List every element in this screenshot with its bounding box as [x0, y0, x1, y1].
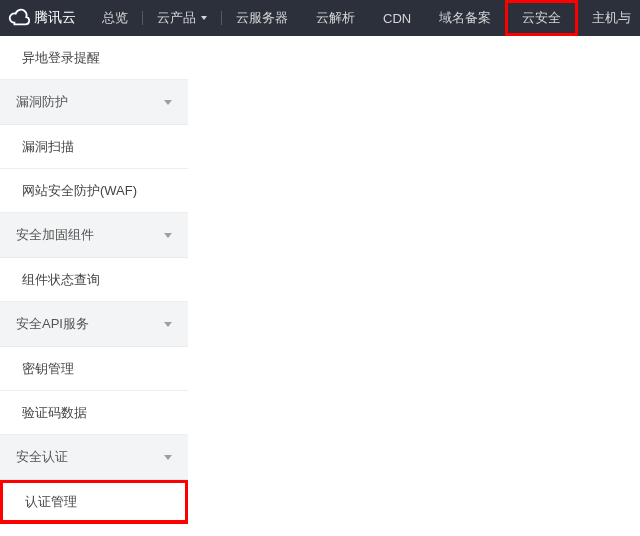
sidebar-item-key-mgmt[interactable]: 密钥管理 — [0, 347, 188, 391]
sidebar-item-label: 密钥管理 — [22, 360, 74, 378]
sidebar-item-remote-login-alert[interactable]: 异地登录提醒 — [0, 36, 188, 80]
nav-cloud-dns[interactable]: 云解析 — [302, 0, 369, 36]
sidebar-item-label: 验证码数据 — [22, 404, 87, 422]
nav-items: 总览 云产品 云服务器 云解析 CDN 域名备案 云安全 主机与 — [88, 0, 640, 36]
nav-cloud-server[interactable]: 云服务器 — [222, 0, 302, 36]
sidebar-group-label: 漏洞防护 — [16, 93, 68, 111]
sidebar-item-label: 网站安全防护(WAF) — [22, 182, 137, 200]
nav-cdn[interactable]: CDN — [369, 0, 425, 36]
top-navigation: 腾讯云 总览 云产品 云服务器 云解析 CDN 域名备案 云安全 主机与 — [0, 0, 640, 36]
sidebar-item-captcha-data[interactable]: 验证码数据 — [0, 391, 188, 435]
sidebar-group-vuln-protection[interactable]: 漏洞防护 — [0, 80, 188, 125]
chevron-down-icon — [164, 322, 172, 327]
sidebar-item-waf[interactable]: 网站安全防护(WAF) — [0, 169, 188, 213]
brand-name: 腾讯云 — [34, 9, 76, 27]
sidebar-group-label: 安全加固组件 — [16, 226, 94, 244]
sidebar-group-security-auth[interactable]: 安全认证 — [0, 435, 188, 480]
nav-cloud-products[interactable]: 云产品 — [143, 0, 221, 36]
sidebar-group-label: 安全认证 — [16, 448, 68, 466]
sidebar-item-label: 组件状态查询 — [22, 271, 100, 289]
nav-cloud-security[interactable]: 云安全 — [505, 0, 578, 36]
sidebar-group-label: 安全API服务 — [16, 315, 89, 333]
cloud-logo-icon — [8, 7, 30, 29]
sidebar-item-component-status[interactable]: 组件状态查询 — [0, 258, 188, 302]
nav-host[interactable]: 主机与 — [578, 0, 640, 36]
sidebar: 异地登录提醒 漏洞防护 漏洞扫描 网站安全防护(WAF) 安全加固组件 组件状态… — [0, 36, 188, 524]
chevron-down-icon — [164, 455, 172, 460]
nav-overview[interactable]: 总览 — [88, 0, 142, 36]
nav-domain-beian[interactable]: 域名备案 — [425, 0, 505, 36]
sidebar-item-label: 漏洞扫描 — [22, 138, 74, 156]
sidebar-item-label: 认证管理 — [25, 493, 77, 511]
sidebar-item-vuln-scan[interactable]: 漏洞扫描 — [0, 125, 188, 169]
chevron-down-icon — [164, 233, 172, 238]
sidebar-group-security-harden[interactable]: 安全加固组件 — [0, 213, 188, 258]
brand[interactable]: 腾讯云 — [8, 7, 88, 29]
chevron-down-icon — [164, 100, 172, 105]
sidebar-group-security-api[interactable]: 安全API服务 — [0, 302, 188, 347]
sidebar-item-label: 异地登录提醒 — [22, 49, 100, 67]
sidebar-item-cert-mgmt[interactable]: 认证管理 — [0, 480, 188, 524]
